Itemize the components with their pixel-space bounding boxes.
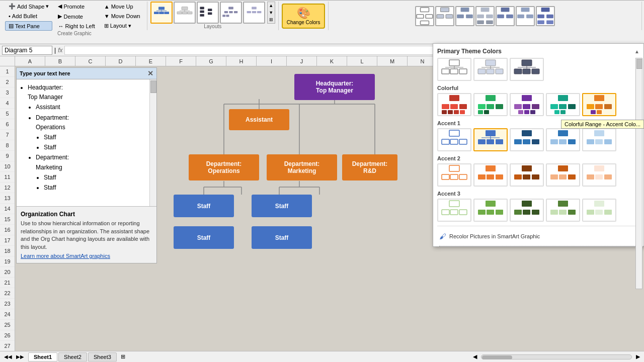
row-number-25[interactable]: 25 bbox=[0, 320, 15, 330]
name-box[interactable] bbox=[2, 46, 52, 55]
row-number-5[interactable]: 5 bbox=[0, 109, 15, 119]
style-thumb-3[interactable] bbox=[455, 6, 474, 26]
panel-scroll-thumb[interactable] bbox=[636, 59, 642, 69]
row-number-18[interactable]: 18 bbox=[0, 246, 15, 256]
color-thumb-colorful-4[interactable] bbox=[546, 93, 580, 116]
style-thumb-6[interactable] bbox=[516, 6, 535, 26]
color-thumb-a2-4[interactable] bbox=[546, 163, 580, 187]
row-number-22[interactable]: 22 bbox=[0, 288, 15, 299]
row-number-16[interactable]: 16 bbox=[0, 225, 15, 235]
col-header-F[interactable]: F bbox=[166, 56, 196, 66]
scroll-left-btn[interactable]: ◀ bbox=[473, 353, 477, 360]
sheet-tab-3[interactable]: Sheet3 bbox=[88, 352, 117, 361]
layout-thumb-2[interactable] bbox=[174, 2, 196, 24]
color-thumb-a1-1[interactable] bbox=[437, 128, 471, 151]
style-thumb-1[interactable] bbox=[415, 6, 434, 26]
col-header-M[interactable]: M bbox=[377, 56, 408, 66]
text-pane-close-button[interactable]: ✕ bbox=[147, 69, 153, 77]
layout-thumb-3[interactable] bbox=[197, 2, 219, 24]
add-bullet-button[interactable]: • Add Bullet bbox=[5, 12, 52, 21]
color-thumb-a1-5[interactable] bbox=[582, 128, 616, 151]
org-box-staff-4[interactable]: Staff bbox=[252, 226, 312, 249]
col-header-G[interactable]: G bbox=[196, 56, 226, 66]
scroll-right-btn[interactable]: ▶ bbox=[636, 353, 640, 360]
layouts-dropdown-arrow[interactable]: ▲ ▼ ⊞ bbox=[267, 2, 275, 24]
row-number-23[interactable]: 23 bbox=[0, 299, 15, 309]
text-pane-scroll-thumb[interactable] bbox=[150, 80, 156, 93]
change-colors-button[interactable]: 🎨 Change Colors bbox=[282, 4, 326, 29]
promote-button[interactable]: ◀ Promote bbox=[54, 2, 98, 11]
color-thumb-a3-4[interactable] bbox=[546, 199, 580, 222]
prev-sheet-btn[interactable]: ◀◀ bbox=[4, 354, 12, 359]
row-number-19[interactable]: 19 bbox=[0, 256, 15, 267]
row-number-2[interactable]: 2 bbox=[0, 77, 15, 87]
style-thumb-7[interactable] bbox=[536, 6, 555, 26]
layout-thumb-5[interactable] bbox=[243, 2, 265, 24]
row-number-27[interactable]: 27 bbox=[0, 341, 15, 351]
sheet-tab-1[interactable]: Sheet1 bbox=[28, 352, 57, 361]
col-header-C[interactable]: C bbox=[75, 56, 106, 66]
col-header-D[interactable]: D bbox=[106, 56, 136, 66]
col-header-J[interactable]: J bbox=[287, 56, 317, 66]
row-number-6[interactable]: 6 bbox=[0, 119, 15, 130]
learn-more-link[interactable]: Learn more about SmartArt graphics bbox=[21, 253, 110, 259]
row-number-11[interactable]: 11 bbox=[0, 172, 15, 183]
col-header-I[interactable]: I bbox=[257, 56, 287, 66]
color-thumb-a1-4[interactable] bbox=[546, 128, 580, 151]
org-box-hq[interactable]: Headquarter: Top Manager bbox=[294, 74, 375, 100]
move-down-button[interactable]: ▼ Move Down bbox=[101, 12, 144, 21]
color-thumb-primary-dark[interactable] bbox=[510, 58, 544, 81]
style-thumb-4[interactable] bbox=[475, 6, 495, 26]
color-thumb-primary-flat[interactable] bbox=[473, 58, 508, 81]
layout-thumb-1[interactable] bbox=[150, 2, 173, 24]
row-number-9[interactable]: 9 bbox=[0, 151, 15, 161]
color-thumb-a3-1[interactable] bbox=[437, 199, 471, 222]
color-thumb-a1-3[interactable] bbox=[510, 128, 544, 151]
color-thumb-colorful-2[interactable] bbox=[473, 93, 508, 116]
row-number-14[interactable]: 14 bbox=[0, 204, 15, 214]
row-number-3[interactable]: 3 bbox=[0, 87, 15, 98]
style-thumb-5[interactable] bbox=[496, 6, 515, 26]
color-thumb-a2-3[interactable] bbox=[510, 163, 544, 187]
demote-button[interactable]: ▶ Demote bbox=[54, 12, 98, 21]
color-thumb-a1-2[interactable] bbox=[473, 128, 508, 151]
color-thumb-colorful-5[interactable] bbox=[582, 93, 616, 116]
scroll-thumb[interactable] bbox=[482, 355, 512, 359]
org-box-staff-3[interactable]: Staff bbox=[174, 226, 234, 249]
move-up-button[interactable]: ▲ Move Up bbox=[101, 2, 144, 11]
color-thumb-primary-outline[interactable] bbox=[437, 58, 471, 81]
row-number-21[interactable]: 21 bbox=[0, 278, 15, 288]
row-number-24[interactable]: 24 bbox=[0, 309, 15, 320]
layout-button[interactable]: ⊞ Layout ▾ bbox=[101, 21, 144, 31]
color-thumb-a2-5[interactable] bbox=[582, 163, 616, 187]
color-thumb-a3-3[interactable] bbox=[510, 199, 544, 222]
col-header-A[interactable]: A bbox=[15, 56, 45, 66]
org-box-assistant[interactable]: Assistant bbox=[229, 109, 289, 130]
right-to-left-button[interactable]: ↔ Right to Left bbox=[54, 22, 98, 31]
recolor-pictures-button[interactable]: 🖌 Recolor Pictures in SmartArt Graphic bbox=[437, 230, 639, 242]
style-thumb-2[interactable] bbox=[435, 6, 454, 26]
col-header-K[interactable]: K bbox=[317, 56, 347, 66]
row-number-1[interactable]: 1 bbox=[0, 66, 15, 77]
panel-scrollbar[interactable] bbox=[635, 58, 642, 289]
add-sheet-btn[interactable]: ⊞ bbox=[121, 353, 125, 360]
col-header-E[interactable]: E bbox=[136, 56, 166, 66]
org-box-dept-rd[interactable]: Department: R&D bbox=[342, 154, 397, 180]
col-header-L[interactable]: L bbox=[347, 56, 377, 66]
org-box-staff-2[interactable]: Staff bbox=[252, 195, 312, 217]
org-box-dept-mkt[interactable]: Department: Marketing bbox=[267, 154, 337, 180]
color-thumb-a2-1[interactable] bbox=[437, 163, 471, 187]
row-number-13[interactable]: 13 bbox=[0, 193, 15, 204]
layout-thumb-4[interactable] bbox=[220, 2, 242, 24]
next-sheet-btn[interactable]: ▶▶ bbox=[16, 354, 24, 359]
row-number-26[interactable]: 26 bbox=[0, 330, 15, 341]
row-number-8[interactable]: 8 bbox=[0, 140, 15, 151]
color-thumb-colorful-1[interactable] bbox=[437, 93, 471, 116]
row-number-12[interactable]: 12 bbox=[0, 183, 15, 193]
row-number-15[interactable]: 15 bbox=[0, 214, 15, 225]
add-shape-button[interactable]: ➕ Add Shape ▾ bbox=[5, 2, 52, 11]
text-pane-scrollbar[interactable] bbox=[149, 79, 156, 206]
color-thumb-a2-2[interactable] bbox=[473, 163, 508, 187]
text-pane-button[interactable]: ▤ Text Pane bbox=[5, 21, 52, 31]
col-header-B[interactable]: B bbox=[45, 56, 75, 66]
